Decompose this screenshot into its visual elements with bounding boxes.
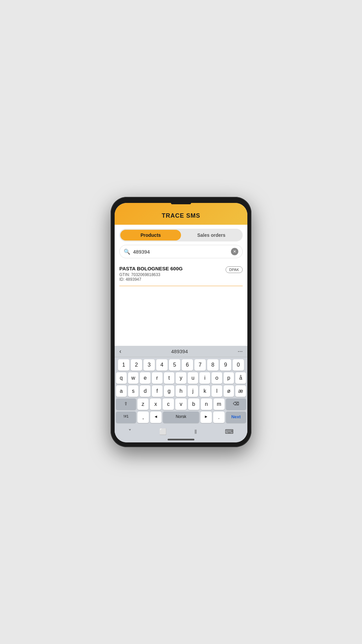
key-b[interactable]: b bbox=[188, 398, 199, 410]
nav-chevron-down-icon[interactable]: ˅ bbox=[128, 428, 131, 435]
keyboard-rows: 1 2 3 4 5 6 7 8 9 0 q w e r t bbox=[115, 357, 247, 425]
phone-shell: TRACE SMS Products Sales orders 🔍 489394… bbox=[111, 197, 251, 447]
product-badge: DPAK bbox=[226, 266, 243, 273]
key-comma[interactable]: , bbox=[137, 412, 149, 423]
phone-screen: TRACE SMS Products Sales orders 🔍 489394… bbox=[115, 203, 247, 442]
product-item-0[interactable]: DPAK PASTA BOLOGNESE 600G GTIN: 70320698… bbox=[119, 262, 243, 286]
key-e[interactable]: e bbox=[140, 372, 150, 384]
tab-sales-orders[interactable]: Sales orders bbox=[181, 230, 242, 240]
key-u[interactable]: u bbox=[188, 372, 198, 384]
keyboard-more-button[interactable]: ··· bbox=[238, 348, 243, 355]
product-gtin: GTIN: 7032069818633 bbox=[119, 272, 243, 277]
search-icon: 🔍 bbox=[124, 249, 130, 255]
key-n[interactable]: n bbox=[201, 398, 212, 410]
key-5[interactable]: 5 bbox=[169, 359, 180, 371]
tab-bar: Products Sales orders bbox=[119, 229, 243, 241]
tab-products[interactable]: Products bbox=[120, 230, 181, 240]
notch bbox=[171, 202, 191, 204]
key-3[interactable]: 3 bbox=[143, 359, 155, 371]
home-indicator bbox=[168, 439, 194, 440]
key-7[interactable]: 7 bbox=[194, 359, 206, 371]
product-name: PASTA BOLOGNESE 600G bbox=[119, 266, 243, 271]
keyboard-row-asdf: a s d f g h j k l ø æ bbox=[116, 385, 246, 397]
key-j[interactable]: j bbox=[188, 385, 198, 397]
key-arrow-right[interactable]: ► bbox=[200, 412, 212, 423]
key-9[interactable]: 9 bbox=[220, 359, 231, 371]
key-period[interactable]: . bbox=[213, 412, 225, 423]
key-6[interactable]: 6 bbox=[182, 359, 193, 371]
key-r[interactable]: r bbox=[152, 372, 163, 384]
key-symbols[interactable]: !#1 bbox=[116, 412, 136, 423]
keyboard-row-bottom: !#1 , ◄ Norsk ► . Next bbox=[116, 412, 246, 423]
key-v[interactable]: v bbox=[175, 398, 187, 410]
nav-bar: ˅ ⬜ ⦀ ⌨ bbox=[115, 425, 247, 439]
key-m[interactable]: m bbox=[214, 398, 225, 410]
search-input[interactable]: 489394 bbox=[133, 249, 231, 255]
nav-recents-icon[interactable]: ⦀ bbox=[194, 428, 197, 435]
key-k[interactable]: k bbox=[199, 385, 210, 397]
keyboard-row-qwerty: q w e r t y u i o p å bbox=[116, 372, 246, 384]
key-t[interactable]: t bbox=[164, 372, 175, 384]
key-s[interactable]: s bbox=[128, 385, 139, 397]
key-f[interactable]: f bbox=[152, 385, 163, 397]
key-p[interactable]: p bbox=[224, 372, 234, 384]
app-title: TRACE SMS bbox=[121, 212, 241, 219]
key-q[interactable]: q bbox=[116, 372, 127, 384]
key-backspace[interactable]: ⌫ bbox=[226, 398, 246, 410]
nav-keyboard-icon[interactable]: ⌨ bbox=[225, 428, 234, 435]
key-0[interactable]: 0 bbox=[233, 359, 244, 371]
keyboard-back-button[interactable]: ‹ bbox=[119, 348, 121, 355]
key-z[interactable]: z bbox=[137, 398, 149, 410]
key-next[interactable]: Next bbox=[226, 412, 246, 423]
key-w[interactable]: w bbox=[128, 372, 139, 384]
key-i[interactable]: i bbox=[199, 372, 210, 384]
key-8[interactable]: 8 bbox=[207, 359, 219, 371]
key-4[interactable]: 4 bbox=[156, 359, 168, 371]
key-1[interactable]: 1 bbox=[118, 359, 129, 371]
key-aa[interactable]: å bbox=[235, 372, 246, 384]
key-y[interactable]: y bbox=[176, 372, 186, 384]
search-clear-button[interactable]: ✕ bbox=[231, 248, 238, 255]
product-list: DPAK PASTA BOLOGNESE 600G GTIN: 70320698… bbox=[115, 262, 247, 346]
keyboard-area: ‹ 489394 ··· 1 2 3 4 5 6 7 8 9 0 bbox=[115, 346, 247, 442]
key-2[interactable]: 2 bbox=[131, 359, 142, 371]
app-header: TRACE SMS bbox=[115, 203, 247, 225]
key-h[interactable]: h bbox=[176, 385, 186, 397]
nav-home-icon[interactable]: ⬜ bbox=[159, 428, 167, 435]
key-x[interactable]: x bbox=[150, 398, 161, 410]
search-container: 🔍 489394 ✕ bbox=[119, 245, 243, 258]
keyboard-row-zxcv: ⇧ z x c v b n m ⌫ bbox=[116, 398, 246, 410]
keyboard-input-display: 489394 bbox=[171, 348, 188, 354]
key-l[interactable]: l bbox=[212, 385, 222, 397]
key-language[interactable]: Norsk bbox=[163, 412, 199, 423]
key-d[interactable]: d bbox=[140, 385, 150, 397]
key-arrow-left[interactable]: ◄ bbox=[150, 412, 162, 423]
key-shift[interactable]: ⇧ bbox=[116, 398, 136, 410]
product-id: ID: 4893947 bbox=[119, 277, 243, 282]
key-ae[interactable]: æ bbox=[235, 385, 246, 397]
keyboard-row-numbers: 1 2 3 4 5 6 7 8 9 0 bbox=[116, 359, 246, 371]
key-c[interactable]: c bbox=[163, 398, 174, 410]
key-a[interactable]: a bbox=[116, 385, 127, 397]
keyboard-bar: ‹ 489394 ··· bbox=[115, 346, 247, 357]
key-g[interactable]: g bbox=[164, 385, 175, 397]
key-oslash[interactable]: ø bbox=[224, 385, 234, 397]
key-o[interactable]: o bbox=[212, 372, 222, 384]
